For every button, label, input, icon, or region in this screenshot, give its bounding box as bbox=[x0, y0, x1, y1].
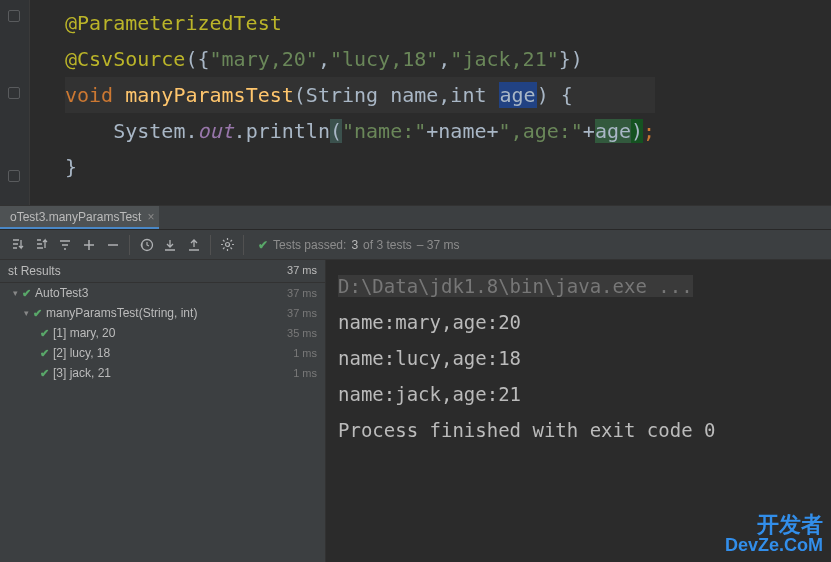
gutter-marker bbox=[8, 87, 20, 99]
chevron-down-icon: ▾ bbox=[24, 308, 29, 318]
comma: , bbox=[438, 47, 450, 71]
brace-close: } bbox=[65, 155, 77, 179]
var-ref-highlighted: age bbox=[595, 119, 631, 143]
check-icon: ✔ bbox=[22, 287, 31, 300]
dot: . bbox=[234, 119, 246, 143]
string-literal: "mary,20" bbox=[210, 47, 318, 71]
tab-label: oTest3.manyParamsTest bbox=[10, 210, 141, 224]
toolbar-separator bbox=[210, 235, 211, 255]
method-name: manyParamsTest bbox=[125, 83, 294, 107]
console-exit: Process finished with exit code 0 bbox=[338, 412, 819, 448]
svg-point-1 bbox=[225, 243, 229, 247]
paren: }) bbox=[559, 47, 583, 71]
status-of: of 3 tests bbox=[363, 238, 412, 252]
tree-row-case[interactable]: ✔ [3] jack, 21 1 ms bbox=[0, 363, 325, 383]
comma: , bbox=[318, 47, 330, 71]
tree-label: [3] jack, 21 bbox=[53, 366, 111, 380]
chevron-down-icon: ▾ bbox=[13, 288, 18, 298]
tree-row-class[interactable]: ▾✔ AutoTest3 37 ms bbox=[0, 283, 325, 303]
plus: + bbox=[583, 119, 595, 143]
toolbar-separator bbox=[129, 235, 130, 255]
results-area: st Results 37 ms ▾✔ AutoTest3 37 ms ▾✔ m… bbox=[0, 260, 831, 562]
gutter-marker bbox=[8, 170, 20, 182]
tree-label: AutoTest3 bbox=[35, 286, 88, 300]
test-toolbar: ✔ Tests passed: 3 of 3 tests – 37 ms bbox=[0, 230, 831, 260]
code-editor[interactable]: @ParameterizedTest @CsvSource({"mary,20"… bbox=[0, 0, 831, 205]
tree-row-case[interactable]: ✔ [2] lucy, 18 1 ms bbox=[0, 343, 325, 363]
filter-icon[interactable] bbox=[53, 233, 77, 257]
tree-time: 37 ms bbox=[287, 307, 317, 319]
console-command: D:\Data\jdk1.8\bin\java.exe ... bbox=[338, 275, 693, 297]
annotation-csvsource: @CsvSource bbox=[65, 47, 185, 71]
string-literal: "name:" bbox=[342, 119, 426, 143]
watermark: 开发者 DevZe.CoM bbox=[725, 514, 823, 554]
semicolon: ; bbox=[643, 119, 655, 143]
plus: + bbox=[426, 119, 438, 143]
console-line: name:lucy,age:18 bbox=[338, 340, 819, 376]
gear-icon[interactable] bbox=[215, 233, 239, 257]
annotation-parameterized: @ParameterizedTest bbox=[65, 11, 282, 35]
tree-label: manyParamsTest(String, int) bbox=[46, 306, 197, 320]
tree-label: [1] mary, 20 bbox=[53, 326, 115, 340]
paren: ({ bbox=[185, 47, 209, 71]
check-icon: ✔ bbox=[40, 347, 49, 360]
string-literal: ",age:" bbox=[499, 119, 583, 143]
dot: . bbox=[185, 119, 197, 143]
tree-time: 1 ms bbox=[293, 347, 317, 359]
check-icon: ✔ bbox=[33, 307, 42, 320]
open-paren: ( bbox=[330, 119, 342, 143]
run-tab-bar: oTest3.manyParamsTest × bbox=[0, 205, 831, 230]
check-icon: ✔ bbox=[40, 367, 49, 380]
keyword-void: void bbox=[65, 83, 125, 107]
tree-label: [2] lucy, 18 bbox=[53, 346, 110, 360]
string-literal: "jack,21" bbox=[450, 47, 558, 71]
param-name-highlighted: age bbox=[499, 82, 537, 108]
string-literal: "lucy,18" bbox=[330, 47, 438, 71]
export-icon[interactable] bbox=[182, 233, 206, 257]
plus: + bbox=[487, 119, 499, 143]
tree-header-time: 37 ms bbox=[287, 264, 317, 278]
console-output[interactable]: D:\Data\jdk1.8\bin\java.exe ... name:mar… bbox=[326, 260, 831, 562]
test-tree-panel[interactable]: st Results 37 ms ▾✔ AutoTest3 37 ms ▾✔ m… bbox=[0, 260, 326, 562]
tree-time: 35 ms bbox=[287, 327, 317, 339]
status-prefix: Tests passed: bbox=[273, 238, 346, 252]
tests-status: ✔ Tests passed: 3 of 3 tests – 37 ms bbox=[258, 238, 459, 252]
test-tree-header[interactable]: st Results 37 ms bbox=[0, 260, 325, 283]
collapse-all-icon[interactable] bbox=[101, 233, 125, 257]
check-icon: ✔ bbox=[40, 327, 49, 340]
expand-all-icon[interactable] bbox=[77, 233, 101, 257]
history-icon[interactable] bbox=[134, 233, 158, 257]
param-name: name bbox=[390, 83, 438, 107]
paren: ( bbox=[294, 83, 306, 107]
brace: ) { bbox=[537, 83, 573, 107]
tree-time: 1 ms bbox=[293, 367, 317, 379]
type: String bbox=[306, 83, 390, 107]
tree-time: 37 ms bbox=[287, 287, 317, 299]
watermark-en: DevZe.CoM bbox=[725, 536, 823, 554]
sort-down-icon[interactable] bbox=[5, 233, 29, 257]
watermark-cn: 开发者 bbox=[725, 514, 823, 536]
console-line: name:jack,age:21 bbox=[338, 376, 819, 412]
run-tab[interactable]: oTest3.manyParamsTest × bbox=[0, 206, 159, 229]
console-line: name:mary,age:20 bbox=[338, 304, 819, 340]
tree-header-label: st Results bbox=[8, 264, 61, 278]
import-icon[interactable] bbox=[158, 233, 182, 257]
status-time: – 37 ms bbox=[417, 238, 460, 252]
toolbar-separator bbox=[243, 235, 244, 255]
code-content[interactable]: @ParameterizedTest @CsvSource({"mary,20"… bbox=[30, 0, 655, 205]
static-field: out bbox=[197, 119, 233, 143]
tree-row-case[interactable]: ✔ [1] mary, 20 35 ms bbox=[0, 323, 325, 343]
class-ref: System bbox=[113, 119, 185, 143]
gutter-marker bbox=[8, 10, 20, 22]
editor-gutter bbox=[0, 0, 30, 205]
close-icon[interactable]: × bbox=[147, 210, 154, 224]
check-icon: ✔ bbox=[258, 238, 268, 252]
method-call: println bbox=[246, 119, 330, 143]
tree-row-method[interactable]: ▾✔ manyParamsTest(String, int) 37 ms bbox=[0, 303, 325, 323]
type: int bbox=[450, 83, 498, 107]
comma: , bbox=[438, 83, 450, 107]
close-paren: ) bbox=[631, 119, 643, 143]
var-ref: name bbox=[438, 119, 486, 143]
status-count: 3 bbox=[351, 238, 358, 252]
sort-up-icon[interactable] bbox=[29, 233, 53, 257]
